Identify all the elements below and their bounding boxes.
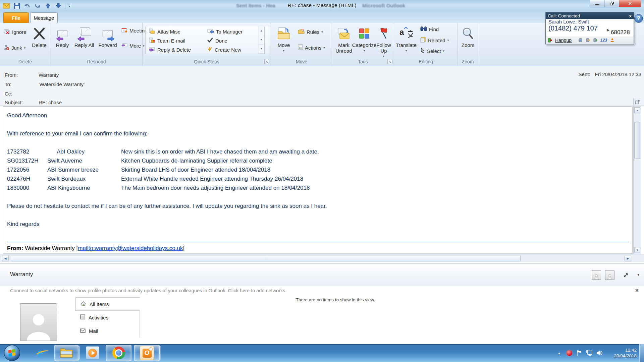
find-button[interactable]: Find <box>419 25 440 33</box>
quick-step-atlas-misc[interactable]: Atlas Misc <box>149 28 180 35</box>
gallery-more-icon[interactable]: ▾ <box>258 45 264 54</box>
scroll-up-icon[interactable]: ▲ <box>258 26 264 35</box>
move-button[interactable]: Move ▾ <box>274 25 294 54</box>
follow-up-label: Follow Up <box>374 42 393 54</box>
contact-person-icon[interactable] <box>610 38 614 43</box>
ignore-button[interactable]: Ignore <box>2 28 28 36</box>
popout-icon[interactable] <box>633 98 641 106</box>
warranty-item-row: 022476H Swift Bordeaux External White Ha… <box>7 174 629 183</box>
ignore-icon <box>3 29 10 35</box>
meeting-icon <box>121 27 127 34</box>
select-button[interactable]: Select ▾ <box>419 47 446 55</box>
vertical-scroll-thumb[interactable] <box>634 122 640 159</box>
zoom-button[interactable]: Zoom <box>459 25 477 48</box>
contact-photo-button[interactable] <box>605 270 614 280</box>
chevron-down-icon[interactable]: ▾ <box>637 273 639 277</box>
quick-step-label: Reply & Delete <box>157 47 191 53</box>
from-label: From: <box>5 72 18 78</box>
delete-button[interactable]: Delete <box>30 25 49 48</box>
people-pane-contact-name: Warranty <box>10 271 33 278</box>
mark-unread-button[interactable]: Mark Unread <box>333 25 354 54</box>
call-extension: 680228 <box>611 29 630 36</box>
volume-icon[interactable] <box>594 350 604 356</box>
quick-step-label: Team E-mail <box>157 38 185 44</box>
tab-activities[interactable]: Activities <box>75 311 140 324</box>
transfer-call-icon[interactable] <box>586 38 590 43</box>
quick-step-to-manager[interactable]: To Manager <box>207 28 243 35</box>
hangup-icon <box>548 38 552 43</box>
item-ref: 1732782 <box>7 147 47 156</box>
categorize-button[interactable]: Categorize ▾ <box>354 25 374 54</box>
horizontal-scrollbar[interactable]: ◀ ▶ <box>0 254 644 262</box>
show-desktop-button[interactable] <box>639 344 644 362</box>
tab-mail[interactable]: Mail <box>75 324 140 338</box>
rules-button[interactable]: Rules ▾ <box>297 28 324 36</box>
scroll-up-button[interactable]: ▲ <box>634 107 640 113</box>
scroll-down-button[interactable]: ▼ <box>634 247 640 253</box>
expand-pane-icon[interactable] <box>623 273 629 279</box>
actions-icon <box>298 44 303 51</box>
tray-status-icon[interactable] <box>564 350 574 356</box>
vertical-scrollbar[interactable]: ▲ ▼ <box>633 106 641 254</box>
follow-up-flag-icon <box>378 26 389 41</box>
horizontal-scroll-thumb[interactable] <box>11 255 521 261</box>
quick-step-label: Atlas Misc <box>157 29 180 35</box>
quick-step-team-email[interactable]: Team E-mail <box>149 38 185 44</box>
contact-photo-button[interactable] <box>592 270 601 280</box>
translate-button[interactable]: a Translate ▾ <box>395 25 417 54</box>
reply-all-button[interactable]: Reply All <box>74 25 95 48</box>
help-button[interactable]: ? <box>634 14 643 23</box>
quick-steps-scroll[interactable]: ▲ ▼ ▾ <box>258 26 265 54</box>
tab-file[interactable]: File <box>3 12 29 23</box>
actions-button[interactable]: Actions ▾ <box>297 44 326 52</box>
mailto-link[interactable]: mailto:warranty@watersideholidays.co.uk <box>78 245 183 251</box>
call-panel-close-icon[interactable]: x <box>629 13 632 18</box>
taskbar-explorer-button[interactable] <box>54 345 78 361</box>
restore-button[interactable] <box>604 0 619 7</box>
related-button[interactable]: Related ▾ <box>419 36 450 44</box>
move-label: Move <box>278 42 290 48</box>
reply-button[interactable]: Reply <box>52 25 73 48</box>
scroll-right-button[interactable]: ▶ <box>625 255 631 261</box>
tray-chevron-icon[interactable]: ▲ <box>554 351 564 355</box>
chrome-icon <box>112 347 125 359</box>
more-button[interactable]: More ▾ <box>120 42 146 49</box>
minimize-button[interactable] <box>590 0 604 7</box>
dropdown-caret-icon: ▾ <box>406 48 407 54</box>
forward-button[interactable]: Forward <box>97 25 119 48</box>
scroll-down-icon[interactable]: ▼ <box>258 35 264 44</box>
follow-up-button[interactable]: Follow Up ▾ <box>374 25 393 59</box>
people-pane-close-icon[interactable]: × <box>635 287 639 294</box>
scroll-left-button[interactable]: ◀ <box>2 255 9 261</box>
hold-call-icon[interactable] <box>578 38 583 43</box>
network-icon[interactable] <box>584 350 594 356</box>
delete-label: Delete <box>32 42 46 48</box>
taskbar-internet-explorer-button[interactable]: e <box>31 345 50 361</box>
forward-call-icon[interactable] <box>593 38 598 43</box>
start-button[interactable] <box>4 345 20 361</box>
quick-step-reply-delete[interactable]: Reply & Delete <box>149 47 191 53</box>
dialpad-icon[interactable]: 123 <box>600 38 607 43</box>
taskbar-outlook-button[interactable]: O <box>134 345 160 361</box>
tab-all-items[interactable]: All Items <box>75 297 140 311</box>
hangup-button[interactable]: Hangup <box>555 38 572 43</box>
help-icon: ? <box>637 15 640 21</box>
expand-arrow-icon[interactable]: ▶ <box>607 28 609 32</box>
tab-message[interactable]: Message <box>30 12 58 23</box>
taskbar-chrome-button[interactable] <box>106 345 131 361</box>
subject-label: Subject: <box>5 100 23 105</box>
action-center-flag-icon[interactable] <box>574 350 584 356</box>
message-body[interactable]: Good Afternoon With reference to your em… <box>3 106 633 254</box>
translate-icon: a <box>399 26 414 41</box>
reply-all-label: Reply All <box>74 42 94 48</box>
quick-step-done[interactable]: Done <box>207 38 227 44</box>
social-connect-text[interactable]: Connect to social networks to show profi… <box>10 288 287 293</box>
clock-time: 12:42 <box>625 348 637 353</box>
email-document-icon <box>149 38 155 44</box>
item-model: AbI Oakley <box>47 147 121 156</box>
junk-button[interactable]: Junk ▾ <box>2 44 27 52</box>
taskbar-clock[interactable]: 12:42 20/04/2018 <box>604 347 639 359</box>
taskbar-media-player-button[interactable] <box>83 345 102 361</box>
close-button[interactable]: × <box>619 0 641 7</box>
quick-step-create-new[interactable]: Create New <box>207 47 241 53</box>
